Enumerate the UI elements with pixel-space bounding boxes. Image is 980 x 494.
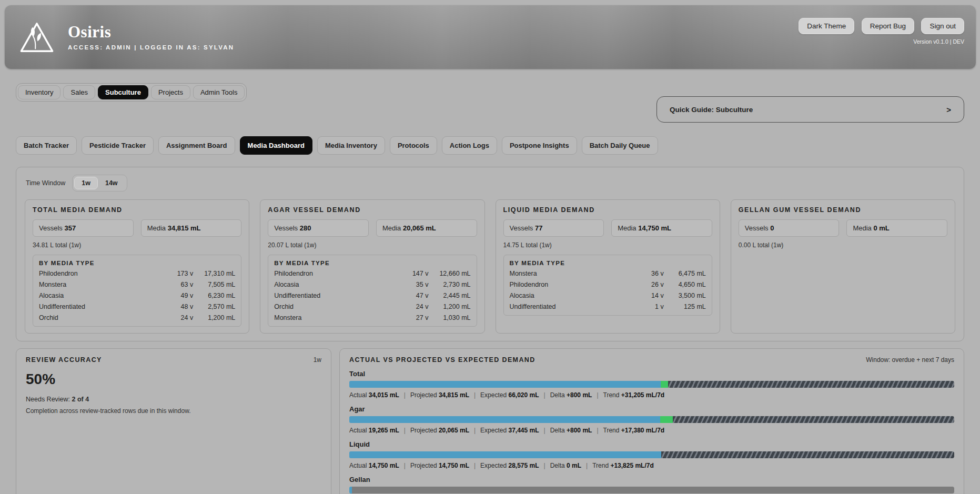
card-gellan-gum-vessel-demand: GELLAN GUM VESSEL DEMAND Vessels 0 Media… (731, 199, 955, 334)
time-window-14w[interactable]: 14w (98, 177, 125, 189)
media-stat: Media 14,750 mL (611, 219, 712, 237)
stat-boxes: Vessels 77 Media 14,750 mL (503, 219, 712, 237)
by-media-type-title: BY MEDIA TYPE (274, 260, 470, 266)
by-media-type-box: BY MEDIA TYPE Philodendron173 v17,310 mL… (33, 255, 241, 327)
lower-row: REVIEW ACCURACY 1w 50% Needs Review: 2 o… (16, 348, 964, 494)
review-accuracy-title: REVIEW ACCURACY (26, 356, 102, 364)
demand-bars-title: ACTUAL VS PROJECTED VS EXPECTED DEMAND (349, 356, 536, 364)
bar-actual-segment (349, 381, 661, 388)
vessels-stat: Vessels 280 (268, 219, 369, 237)
bar-stats: Actual 14,750 mLProjected 14,750 mLExpec… (349, 462, 954, 469)
quick-guide-panel[interactable]: Quick Guide: Subculture > (656, 96, 964, 123)
app-title: Osiris (68, 24, 234, 40)
access-line: ACCESS: ADMIN | LOGGED IN AS: SYLVAN (68, 44, 234, 51)
time-window-row: Time Window 1w 14w (26, 175, 955, 191)
media-type-row: Alocasia35 v2,730 mL (274, 281, 470, 288)
bar-actual-segment (349, 451, 661, 458)
subtab-batch-daily-queue[interactable]: Batch Daily Queue (582, 136, 658, 155)
bar-group-label: Agar (349, 405, 954, 413)
subtab-pesticide-tracker[interactable]: Pesticide Tracker (82, 136, 154, 155)
panel-head: REVIEW ACCURACY 1w (26, 356, 321, 364)
title-block: Osiris ACCESS: ADMIN | LOGGED IN AS: SYL… (68, 24, 234, 51)
card-title: TOTAL MEDIA DEMAND (33, 206, 241, 214)
media-type-row: Monstera27 v1,030 mL (274, 314, 470, 321)
review-window-badge: 1w (314, 356, 321, 364)
bar-group-agar: Agar Actual 19,265 mLProjected 20,065 mL… (349, 405, 954, 434)
media-type-row: Undifferentiated48 v2,570 mL (39, 303, 235, 310)
media-type-row: Alocasia14 v3,500 mL (510, 292, 706, 299)
demand-progress-bar (349, 451, 954, 458)
bar-group-label: Liquid (349, 440, 954, 448)
bar-group-label: Total (349, 370, 954, 378)
bar-group-total: Total Actual 34,015 mLProjected 34,815 m… (349, 370, 954, 399)
bar-group-gellan: Gellan Actual 0 mLProjected 0 mLExpected… (349, 476, 954, 494)
media-type-row: Philodendron173 v17,310 mL (39, 270, 235, 277)
panel-head: ACTUAL VS PROJECTED VS EXPECTED DEMAND W… (349, 356, 954, 364)
bar-group-label: Gellan (349, 476, 954, 483)
card-title: AGAR VESSEL DEMAND (268, 206, 477, 214)
media-stat: Media 20,065 mL (376, 219, 477, 237)
vessels-stat: Vessels 77 (503, 219, 604, 237)
header-actions: Dark Theme Report Bug Sign out Version v… (794, 18, 964, 45)
bar-stats: Actual 34,015 mLProjected 34,815 mLExpec… (349, 391, 954, 399)
bar-remaining-segment (668, 381, 954, 388)
time-window-label: Time Window (26, 179, 65, 187)
subtab-assignment-board[interactable]: Assignment Board (158, 136, 235, 155)
osiris-logo-icon (18, 21, 55, 54)
media-type-row: Alocasia49 v6,230 mL (39, 292, 235, 299)
media-stat: Media 0 mL (846, 219, 947, 237)
by-media-type-box: BY MEDIA TYPE Philodendron147 v12,660 mL… (268, 255, 477, 327)
main-nav: Inventory Sales Subculture Projects Admi… (16, 83, 247, 102)
tab-admin-tools[interactable]: Admin Tools (193, 85, 245, 99)
bar-remaining-segment (661, 451, 954, 458)
media-stat: Media 34,815 mL (141, 219, 242, 237)
dark-theme-button[interactable]: Dark Theme (799, 18, 854, 34)
bar-actual-segment (349, 416, 660, 423)
tab-sales[interactable]: Sales (63, 85, 95, 99)
media-type-row: Undifferentiated1 v125 mL (510, 303, 706, 310)
by-media-type-box: BY MEDIA TYPE Monstera36 v6,475 mL Philo… (503, 255, 712, 316)
media-type-row: Monstera63 v7,505 mL (39, 281, 235, 288)
subtab-batch-tracker[interactable]: Batch Tracker (16, 136, 77, 155)
subtab-protocols[interactable]: Protocols (390, 136, 437, 155)
media-type-row: Monstera36 v6,475 mL (510, 270, 706, 277)
bar-remaining-segment (673, 416, 954, 423)
tab-subculture[interactable]: Subculture (98, 85, 148, 99)
bar-actual-segment (349, 487, 352, 493)
tab-projects[interactable]: Projects (151, 85, 190, 99)
media-type-row: Undifferentiated47 v2,445 mL (274, 292, 470, 299)
header-banner: Osiris ACCESS: ADMIN | LOGGED IN AS: SYL… (5, 5, 976, 69)
stat-boxes: Vessels 280 Media 20,065 mL (268, 219, 477, 237)
media-demand-panel: Time Window 1w 14w TOTAL MEDIA DEMAND Ve… (16, 167, 964, 341)
version-label: Version v0.1.0 | DEV (794, 38, 964, 45)
subtab-media-dashboard[interactable]: Media Dashboard (240, 136, 312, 155)
sub-nav: Batch Tracker Pesticide Tracker Assignme… (16, 136, 964, 155)
sign-out-button[interactable]: Sign out (921, 18, 964, 34)
card-title: GELLAN GUM VESSEL DEMAND (739, 206, 947, 214)
total-line: 0.00 L total (1w) (739, 241, 947, 249)
total-line: 14.75 L total (1w) (503, 241, 712, 249)
media-type-row: Orchid24 v1,200 mL (274, 303, 470, 310)
quick-guide-label: Quick Guide: Subculture (670, 106, 753, 114)
media-type-row: Philodendron26 v4,650 mL (510, 281, 706, 288)
subtab-media-inventory[interactable]: Media Inventory (317, 136, 385, 155)
subtab-postpone-insights[interactable]: Postpone Insights (502, 136, 577, 155)
card-agar-vessel-demand: AGAR VESSEL DEMAND Vessels 280 Media 20,… (260, 199, 484, 334)
demand-progress-bar (349, 381, 954, 388)
vessels-stat: Vessels 0 (739, 219, 840, 237)
by-media-type-title: BY MEDIA TYPE (510, 260, 706, 266)
stat-boxes: Vessels 0 Media 0 mL (739, 219, 947, 237)
bar-delta-segment (660, 416, 673, 423)
media-type-row: Philodendron147 v12,660 mL (274, 270, 470, 277)
tab-inventory[interactable]: Inventory (18, 85, 60, 99)
demand-cards-row: TOTAL MEDIA DEMAND Vessels 357 Media 34,… (25, 199, 955, 334)
report-bug-button[interactable]: Report Bug (862, 18, 914, 34)
needs-review-line: Needs Review: 2 of 4 (26, 396, 321, 403)
subtab-action-logs[interactable]: Action Logs (442, 136, 497, 155)
time-window-1w[interactable]: 1w (74, 177, 98, 189)
total-line: 34.81 L total (1w) (33, 241, 241, 249)
review-accuracy-percent: 50% (26, 371, 321, 388)
demand-progress-bar (349, 487, 954, 493)
by-media-type-title: BY MEDIA TYPE (39, 260, 235, 266)
stat-boxes: Vessels 357 Media 34,815 mL (33, 219, 241, 237)
